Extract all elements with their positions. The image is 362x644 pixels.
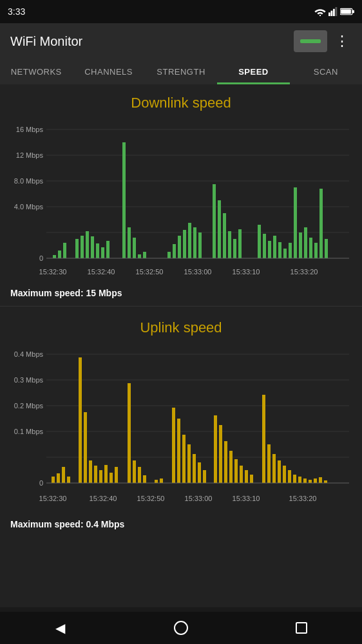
svg-rect-101	[193, 454, 196, 483]
tab-networks[interactable]: NETWORKS	[0, 59, 72, 84]
svg-rect-81	[62, 467, 65, 483]
uplink-max-value: 0.4 Mbps	[86, 519, 124, 529]
svg-rect-36	[178, 236, 181, 258]
tab-strength[interactable]: STRENGTH	[145, 59, 217, 84]
svg-rect-117	[288, 470, 291, 483]
svg-rect-120	[303, 478, 307, 483]
svg-rect-35	[173, 244, 176, 258]
svg-text:8.0 Mbps: 8.0 Mbps	[14, 177, 44, 185]
svg-point-0	[319, 15, 321, 16]
svg-text:0.2 Mbps: 0.2 Mbps	[14, 402, 44, 410]
downlink-title: Downlink speed	[8, 95, 354, 111]
svg-text:15:33:00: 15:33:00	[185, 495, 213, 502]
svg-rect-121	[309, 480, 312, 483]
signal-icon	[329, 7, 338, 16]
uplink-max-speed: Maximum speed: 0.4 Mbps	[8, 519, 354, 529]
svg-rect-122	[314, 478, 317, 483]
svg-rect-43	[223, 213, 226, 258]
svg-text:16 Mbps: 16 Mbps	[16, 126, 44, 133]
svg-rect-103	[203, 470, 206, 483]
svg-rect-123	[319, 477, 322, 483]
svg-rect-102	[198, 462, 201, 483]
svg-text:15:32:40: 15:32:40	[88, 268, 115, 276]
svg-rect-24	[86, 231, 89, 258]
svg-rect-89	[110, 473, 113, 483]
svg-rect-80	[57, 473, 60, 483]
svg-rect-47	[258, 225, 261, 258]
svg-rect-124	[324, 480, 327, 483]
svg-rect-83	[79, 357, 82, 483]
downlink-section: Downlink speed 16 Mbps 12 Mbps 8.0 Mbps …	[0, 84, 362, 303]
svg-rect-118	[293, 475, 296, 483]
svg-text:15:32:30: 15:32:30	[39, 268, 67, 276]
svg-rect-2	[331, 11, 333, 16]
home-icon	[174, 621, 188, 635]
svg-text:12 Mbps: 12 Mbps	[16, 151, 44, 159]
svg-rect-21	[63, 243, 66, 258]
svg-rect-104	[214, 415, 217, 483]
svg-rect-27	[101, 247, 104, 258]
svg-rect-107	[229, 451, 233, 483]
svg-rect-33	[143, 252, 146, 258]
svg-rect-26	[96, 243, 99, 258]
svg-rect-6	[352, 10, 354, 14]
svg-rect-119	[298, 477, 301, 483]
svg-rect-88	[104, 465, 108, 483]
svg-rect-91	[128, 383, 131, 483]
svg-rect-53	[289, 243, 292, 258]
svg-text:15:33:10: 15:33:10	[233, 268, 260, 276]
svg-text:0.4 Mbps: 0.4 Mbps	[14, 350, 44, 358]
svg-text:0.1 Mbps: 0.1 Mbps	[14, 428, 44, 435]
svg-rect-42	[218, 200, 221, 258]
recent-apps-button[interactable]	[289, 615, 314, 641]
svg-rect-45	[233, 239, 236, 258]
svg-text:15:33:00: 15:33:00	[184, 268, 212, 276]
svg-text:0.3 Mbps: 0.3 Mbps	[14, 376, 44, 384]
tab-channels[interactable]: CHANNELS	[72, 59, 144, 84]
svg-rect-32	[138, 254, 141, 258]
svg-rect-97	[172, 408, 175, 483]
svg-rect-59	[319, 189, 323, 258]
uplink-chart: 0.4 Mbps 0.3 Mbps 0.2 Mbps 0.1 Mbps 0	[8, 341, 354, 515]
svg-rect-38	[188, 223, 191, 258]
downlink-max-speed: Maximum speed: 15 Mbps	[8, 288, 354, 298]
svg-rect-48	[263, 234, 266, 258]
svg-text:15:32:30: 15:32:30	[39, 495, 67, 502]
section-divider	[0, 306, 362, 307]
tab-speed[interactable]: SPEED	[217, 59, 289, 84]
home-button[interactable]	[168, 615, 194, 641]
svg-rect-57	[309, 238, 312, 258]
downlink-chart: 16 Mbps 12 Mbps 8.0 Mbps 4.0 Mbps 0	[8, 117, 354, 284]
green-button[interactable]	[294, 30, 327, 52]
svg-rect-1	[329, 12, 330, 16]
svg-rect-82	[67, 477, 70, 483]
svg-rect-54	[294, 187, 297, 258]
svg-rect-85	[89, 460, 92, 483]
app-bar-actions: ⋮	[294, 30, 352, 52]
tab-scan[interactable]: SCAN	[290, 59, 362, 84]
svg-rect-98	[177, 419, 180, 483]
svg-rect-22	[75, 239, 79, 258]
svg-rect-93	[138, 467, 141, 483]
status-bar: 3:33	[0, 0, 362, 23]
svg-rect-114	[272, 454, 276, 483]
svg-text:15:32:50: 15:32:50	[137, 495, 165, 502]
svg-rect-86	[94, 466, 97, 483]
svg-rect-111	[250, 475, 253, 483]
svg-rect-100	[187, 444, 191, 483]
svg-text:15:33:20: 15:33:20	[289, 495, 317, 502]
svg-rect-44	[228, 231, 231, 258]
back-button[interactable]: ◀	[48, 615, 73, 641]
uplink-section: Uplink speed 0.4 Mbps 0.3 Mbps 0.2 Mbps …	[0, 309, 362, 535]
svg-rect-99	[182, 435, 186, 483]
more-options-button[interactable]: ⋮	[332, 30, 352, 52]
svg-rect-3	[333, 9, 335, 16]
svg-rect-60	[325, 239, 328, 258]
svg-rect-7	[341, 9, 351, 14]
svg-rect-84	[84, 412, 87, 483]
svg-rect-90	[115, 467, 118, 483]
green-bar-icon	[300, 39, 321, 43]
svg-rect-56	[304, 227, 307, 258]
svg-rect-116	[283, 466, 286, 483]
svg-rect-19	[53, 255, 56, 258]
